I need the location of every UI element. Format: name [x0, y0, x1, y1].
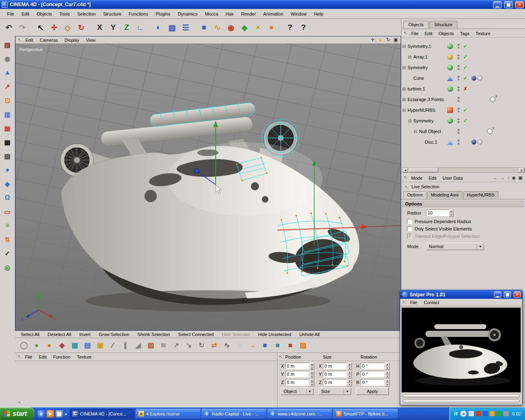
object-type-icon[interactable]: [487, 129, 493, 134]
tree-row[interactable]: ⊟ Symmetry.1 ✓: [401, 41, 525, 52]
polygon-brush-icon[interactable]: ◆: [56, 340, 68, 351]
viewport-menu-item[interactable]: Display: [65, 38, 79, 43]
coordinate-input[interactable]: 0 m: [285, 363, 309, 369]
bridge-icon[interactable]: ∥: [120, 340, 131, 351]
tray-status-icon[interactable]: [496, 411, 502, 416]
menu-item[interactable]: Objects: [33, 10, 56, 18]
split-icon[interactable]: ■: [285, 340, 296, 351]
menu-item[interactable]: Help: [310, 10, 327, 18]
taskbar-task[interactable]: ■ 4 Esplora risorse: [136, 409, 201, 419]
menu-item[interactable]: Edit: [18, 10, 33, 18]
menu-item[interactable]: File: [25, 355, 32, 359]
model-mode-icon[interactable]: ▲: [2, 67, 13, 78]
help-pointer-icon[interactable]: ?: [284, 21, 296, 34]
add-array-icon[interactable]: ◆: [238, 21, 251, 34]
object-name[interactable]: Disc.1: [425, 140, 437, 145]
menu-item[interactable]: Function: [53, 355, 70, 359]
make-editable-icon[interactable]: ◉: [2, 53, 13, 64]
coordinate-input[interactable]: 0 m: [323, 363, 347, 369]
spinner[interactable]: ▲▼: [385, 379, 390, 386]
selection-command-button[interactable]: Shrink Selection: [137, 332, 170, 337]
menu-item[interactable]: Structure: [99, 10, 125, 18]
scroll-thumb[interactable]: [409, 168, 438, 172]
render-picture-viewer-icon[interactable]: ▤: [166, 21, 178, 34]
panel-grip-icon[interactable]: ↖: [18, 354, 21, 359]
panel-grip-icon[interactable]: ↖: [279, 355, 282, 359]
panel-grip-icon[interactable]: ↖: [18, 38, 21, 42]
object-name[interactable]: Symmetry: [413, 118, 434, 123]
weld-icon[interactable]: ◌: [234, 340, 245, 351]
coordinate-system-icon[interactable]: ∟: [134, 21, 146, 34]
tree-row[interactable]: ⊞ turbine.1 ✗: [401, 84, 525, 94]
object-type-icon[interactable]: [447, 75, 453, 81]
coordinate-input[interactable]: 0 m: [323, 371, 347, 377]
apply-button[interactable]: Apply: [356, 388, 389, 395]
enable-status-icon[interactable]: ✓: [462, 118, 468, 124]
object-name[interactable]: Symmetry: [408, 65, 428, 70]
selection-command-button[interactable]: Deselect All: [47, 332, 71, 337]
panel-tab[interactable]: Objects: [403, 21, 428, 28]
render-settings-icon[interactable]: ☰: [179, 21, 192, 34]
enable-status-icon[interactable]: ✓: [462, 75, 468, 81]
spinner[interactable]: ▲▼: [310, 363, 314, 369]
tray-status-icon[interactable]: [482, 411, 488, 416]
render-view-icon[interactable]: ◐: [152, 21, 165, 34]
radius-spinner[interactable]: ▲▼: [449, 210, 453, 216]
object-tag-icon[interactable]: [478, 140, 482, 145]
detach-icon[interactable]: ▣: [518, 175, 523, 181]
expander-icon[interactable]: ⊞: [402, 87, 408, 91]
live-selection-icon[interactable]: ↖: [34, 21, 47, 34]
object-tag-icon[interactable]: [478, 76, 482, 81]
lock-z-axis-icon[interactable]: Z: [120, 21, 133, 34]
add-material-icon[interactable]: ●: [265, 21, 278, 34]
menu-item[interactable]: Texture: [475, 31, 490, 36]
view-label[interactable]: Perspective: [19, 47, 43, 52]
object-type-icon[interactable]: [447, 86, 453, 92]
menu-item[interactable]: Hair: [222, 10, 237, 18]
add-bone-icon[interactable]: ×: [252, 21, 264, 34]
spinner[interactable]: ▲▼: [347, 363, 352, 369]
menu-item[interactable]: File: [410, 300, 417, 305]
panel-grip-icon[interactable]: ↖: [404, 175, 407, 180]
checkbox[interactable]: [407, 219, 412, 224]
menu-item[interactable]: Mode: [411, 176, 423, 181]
tree-row[interactable]: Disc.1: [401, 137, 525, 147]
object-name[interactable]: Null Object: [419, 129, 441, 134]
expander-icon[interactable]: ⊟: [402, 44, 408, 49]
panel-grip-icon[interactable]: ↖: [18, 400, 22, 405]
spinner[interactable]: ▲▼: [310, 379, 314, 386]
rotate-icon[interactable]: ↻: [75, 21, 88, 34]
edit-surface-icon[interactable]: ▨: [297, 340, 309, 351]
clone-icon[interactable]: →: [247, 340, 258, 351]
size-dropdown[interactable]: Size ▼: [318, 388, 351, 395]
menu-item[interactable]: User Data: [443, 176, 463, 181]
enable-status-icon[interactable]: ✓: [462, 107, 468, 113]
menu-item[interactable]: Edit: [39, 355, 47, 359]
selection-command-button[interactable]: Select All: [21, 332, 39, 337]
expander-icon[interactable]: ⊟: [402, 108, 408, 113]
taskbar-task[interactable]: e www.c4dzone.com ::...: [268, 409, 332, 419]
paint-selection-icon[interactable]: ●: [44, 340, 55, 351]
context-help-icon[interactable]: ?: [297, 21, 310, 34]
add-cube-icon[interactable]: ■: [198, 21, 210, 34]
checkbox[interactable]: ✓: [407, 234, 412, 239]
menu-item[interactable]: Animation: [259, 10, 287, 18]
object-name[interactable]: Cone: [413, 76, 424, 81]
object-axis-mode-icon[interactable]: ↗: [2, 81, 13, 92]
quick-launch-overflow-icon[interactable]: »: [65, 411, 67, 416]
sniper-scrollbar[interactable]: [403, 400, 520, 403]
hide-inactive-icons-button[interactable]: ◂: [460, 411, 466, 417]
sniper-scrollbar[interactable]: [403, 394, 520, 398]
matrix-extrude-icon[interactable]: ▧: [145, 340, 156, 351]
viewport-menu-item[interactable]: View: [86, 38, 96, 43]
viewport-menu-item[interactable]: Edit: [25, 38, 33, 43]
view-scale-icon[interactable]: ▲: [378, 37, 383, 43]
tree-row[interactable]: ⊟ HyperNURBS ✓: [401, 105, 525, 115]
layer-visibility-icon[interactable]: ≡: [2, 220, 13, 231]
nav-forward-icon[interactable]: →: [500, 175, 505, 181]
menu-item[interactable]: File: [3, 10, 18, 18]
sniper-restore-button[interactable]: ▣: [504, 291, 511, 298]
snap-settings-icon[interactable]: Ω: [2, 192, 13, 203]
lock-icon[interactable]: ◉: [512, 175, 516, 181]
view-toggle-icon[interactable]: ▣: [394, 37, 398, 43]
